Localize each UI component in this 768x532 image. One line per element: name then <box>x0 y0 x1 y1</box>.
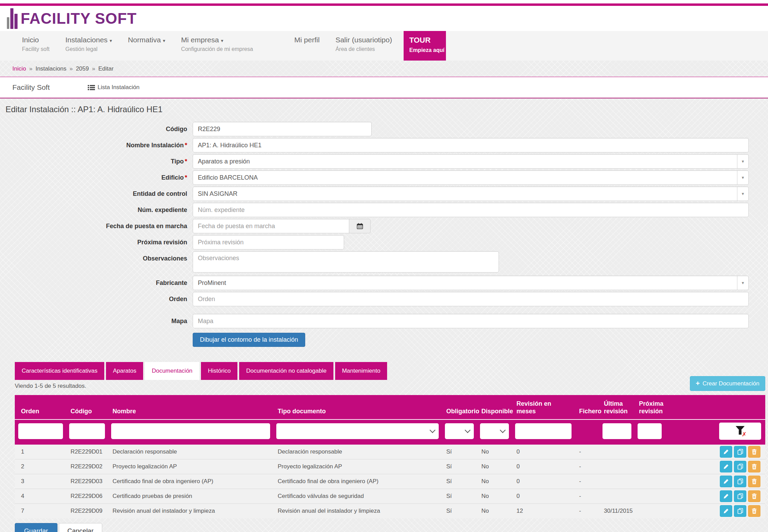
nav-item-mi-perfil[interactable]: Mi perfil <box>294 31 320 61</box>
nav-item-inicio[interactable]: Inicio Facility soft <box>22 31 50 61</box>
tour-label: TOUR <box>409 36 446 45</box>
filter-disponible-select[interactable] <box>480 423 509 439</box>
breadcrumb: Inicio » Instalacions » 2059 » Editar <box>0 61 768 77</box>
cell-orden: 2 <box>15 459 66 474</box>
cell-tipo: Certificado válvulas de seguridad <box>273 489 441 504</box>
cell-revision-meses: 12 <box>512 504 574 519</box>
fabricante-select[interactable]: ProMinent ▼ <box>193 276 749 290</box>
mapa-input[interactable] <box>193 314 749 328</box>
copy-button[interactable] <box>734 476 746 487</box>
breadcrumb-separator: » <box>92 65 95 72</box>
observaciones-textarea[interactable] <box>193 251 499 273</box>
cell-proxima-revision <box>634 459 664 474</box>
filter-proxima-revision-input[interactable] <box>638 423 662 439</box>
edit-button[interactable] <box>720 461 732 472</box>
delete-button[interactable] <box>748 476 760 487</box>
col-header-orden[interactable]: Orden <box>15 395 66 419</box>
filter-orden-input[interactable] <box>18 423 63 439</box>
logo-text: FACILITY SOFT <box>21 8 137 29</box>
proxima-revision-input[interactable] <box>193 235 344 249</box>
draw-contour-button[interactable]: Dibujar el contorno de la instalación <box>193 333 305 347</box>
tab-caracteristicas[interactable]: Características identificativas <box>15 362 104 380</box>
edificio-select[interactable]: Edificio BARCELONA ▼ <box>193 170 749 185</box>
fecha-puesta-marcha-input[interactable] <box>193 219 349 233</box>
tab-doc-no-catalogable[interactable]: Documentación no catalogable <box>239 362 333 380</box>
filter-tipo-documento-select[interactable] <box>276 423 439 439</box>
nombre-instalacion-input[interactable] <box>193 138 749 152</box>
nav-item-salir[interactable]: Salir (usuariotipo) Área de clientes <box>335 31 392 61</box>
filter-obligatorio-select[interactable] <box>445 423 474 439</box>
nav-sublabel: Configuración de mi empresa <box>181 46 253 52</box>
col-header-disponible[interactable]: Disponible <box>477 395 512 419</box>
trash-icon <box>752 464 757 469</box>
edit-button[interactable] <box>720 446 732 458</box>
calendar-button[interactable] <box>349 219 371 233</box>
tipo-select-value: Aparatos a presión <box>198 158 250 165</box>
copy-button[interactable] <box>734 461 746 472</box>
table-filter-row: ✗ <box>15 419 765 445</box>
tab-documentacion[interactable]: Documentación <box>145 362 199 380</box>
cell-revision-meses: 0 <box>512 445 574 459</box>
cell-proxima-revision <box>634 445 664 459</box>
num-expediente-input[interactable] <box>193 203 749 217</box>
pencil-icon <box>723 464 729 469</box>
col-header-tipo-documento[interactable]: Tipo documento <box>273 395 441 419</box>
edit-button[interactable] <box>720 505 732 517</box>
copy-button[interactable] <box>734 446 746 458</box>
col-header-codigo[interactable]: Código <box>66 395 108 419</box>
trash-icon <box>752 493 757 499</box>
nav-label: Mi empresa <box>181 36 219 44</box>
nav-item-instalaciones[interactable]: Instalaciones▾ Gestión legal <box>65 31 112 61</box>
field-label: Mapa <box>0 314 193 328</box>
filter-nombre-input[interactable] <box>111 423 270 439</box>
delete-button[interactable] <box>748 505 760 517</box>
cell-obligatorio: Sí <box>441 489 477 504</box>
clear-filters-button[interactable]: ✗ <box>719 423 761 440</box>
codigo-input[interactable] <box>193 122 372 136</box>
tab-mantenimiento[interactable]: Mantenimiento <box>335 362 387 380</box>
cell-nombre: Certificado final de obra ingeniero (AP) <box>108 474 273 489</box>
col-header-ultima-revision[interactable]: Última revisión <box>599 395 634 419</box>
edit-button[interactable] <box>720 476 732 487</box>
col-header-fichero[interactable]: Fichero <box>574 395 599 419</box>
cell-orden: 7 <box>15 504 66 519</box>
col-header-nombre[interactable]: Nombre <box>108 395 273 419</box>
delete-button[interactable] <box>748 461 760 472</box>
edit-button[interactable] <box>720 490 732 502</box>
delete-button[interactable] <box>748 490 760 502</box>
breadcrumb-item: Editar <box>98 65 114 72</box>
nav-item-mi-empresa[interactable]: Mi empresa▾ Configuración de mi empresa <box>181 31 253 61</box>
copy-button[interactable] <box>734 505 746 517</box>
cell-nombre: Certificado pruebas de presión <box>108 489 273 504</box>
col-header-revision-meses[interactable]: Revisión en meses <box>512 395 574 419</box>
cell-obligatorio: Sí <box>441 474 477 489</box>
list-icon <box>88 85 95 91</box>
tipo-select[interactable]: Aparatos a presión ▼ <box>193 154 749 169</box>
cancel-button[interactable]: Cancelar <box>59 523 102 532</box>
create-documentation-button[interactable]: + Crear Documentación <box>690 376 765 391</box>
filter-revision-meses-input[interactable] <box>515 423 572 439</box>
nav-item-normativa[interactable]: Normativa▾ <box>128 31 166 61</box>
logo: FACILITY SOFT <box>7 8 137 29</box>
filter-codigo-input[interactable] <box>69 423 105 439</box>
tab-historico[interactable]: Histórico <box>201 362 237 380</box>
col-header-proxima-revision[interactable]: Próxima revisión <box>634 395 664 419</box>
save-button[interactable]: Guardar <box>15 523 57 532</box>
lista-instalacion-link[interactable]: Lista Instalación <box>88 84 140 91</box>
select-arrow-icon: ▼ <box>737 155 748 168</box>
delete-button[interactable] <box>748 446 760 458</box>
form-row: Edificio* Edificio BARCELONA ▼ <box>0 170 768 185</box>
breadcrumb-home-link[interactable]: Inicio <box>12 65 26 72</box>
tab-aparatos[interactable]: Aparatos <box>106 362 143 380</box>
copy-button[interactable] <box>734 490 746 502</box>
orden-input[interactable] <box>193 292 749 306</box>
required-marker: * <box>185 142 187 149</box>
col-header-obligatorio[interactable]: Obligatorio <box>441 395 477 419</box>
cell-proxima-revision <box>634 489 664 504</box>
cell-revision-meses: 0 <box>512 489 574 504</box>
tour-button[interactable]: TOUR Empieza aquí <box>404 31 446 61</box>
filter-ultima-revision-input[interactable] <box>602 423 631 439</box>
entidad-control-select[interactable]: SIN ASIGNAR ▼ <box>193 187 749 201</box>
field-label: Fecha de puesta en marcha <box>0 219 193 233</box>
cell-nombre: Revisión anual del instalador y limpieza <box>108 504 273 519</box>
